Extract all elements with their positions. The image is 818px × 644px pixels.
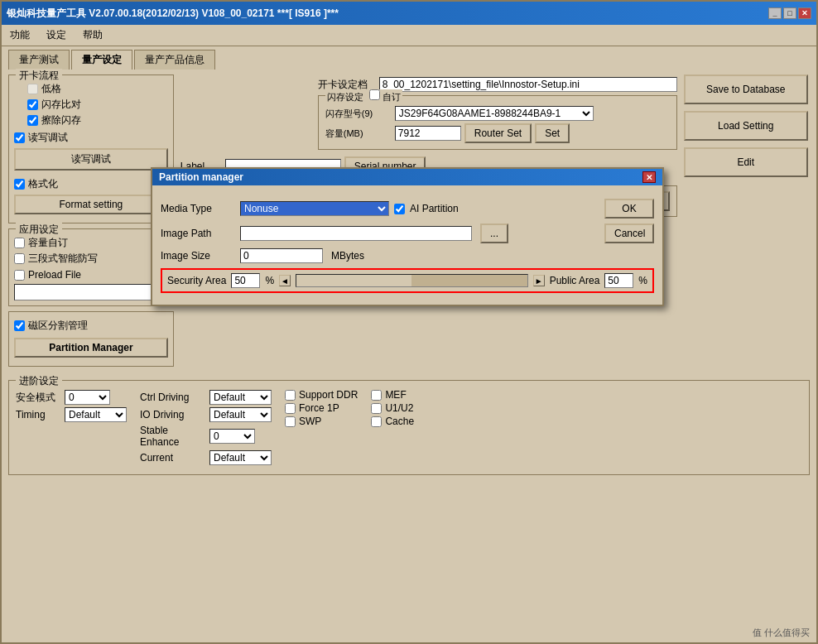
card-settings-input[interactable] xyxy=(379,77,677,92)
u1u2-checkbox[interactable] xyxy=(371,403,382,414)
minimize-button[interactable]: _ xyxy=(768,7,782,19)
format-setting-button[interactable]: Format setting xyxy=(14,195,168,214)
io-driving-label: IO Driving xyxy=(140,409,206,421)
maximize-button[interactable]: □ xyxy=(783,7,796,19)
ctrl-driving-select[interactable]: Default xyxy=(209,390,272,405)
main-window: 银灿科技量产工具 V2.07.00.18(2012/02/13) V108_00… xyxy=(0,0,818,644)
flash-compare-label: 闪存比对 xyxy=(41,98,81,112)
read-write-checkbox[interactable] xyxy=(14,132,25,143)
u1u2-row: U1/U2 xyxy=(371,402,414,414)
media-type-select[interactable]: Nonuse xyxy=(240,201,389,216)
dialog-title-bar: Partition manager ✕ xyxy=(152,169,662,185)
support-ddr-checkbox[interactable] xyxy=(285,390,296,401)
tab-mass-test[interactable]: 量产测试 xyxy=(8,50,70,70)
safety-mode-row: 安全模式 012 xyxy=(16,390,127,405)
timing-select[interactable]: Default xyxy=(65,407,127,422)
advanced-content: 安全模式 012 Timing Default C xyxy=(16,387,802,468)
preload-file-input[interactable] xyxy=(14,284,168,300)
security-area-label: Security Area xyxy=(167,275,226,286)
stable-enhance-row: Stable Enhance 0 xyxy=(140,425,272,448)
flash-settings-label: 闪存设定 自订 xyxy=(325,89,402,103)
slider-right-arrow[interactable]: ► xyxy=(533,275,545,286)
slider-left-arrow[interactable]: ◄ xyxy=(279,275,291,286)
image-size-label: Image Size xyxy=(161,250,235,262)
safety-mode-select[interactable]: 012 xyxy=(65,390,110,405)
image-size-input[interactable] xyxy=(240,248,323,263)
router-set-button[interactable]: Router Set xyxy=(464,123,532,143)
format-checkbox[interactable] xyxy=(14,179,25,190)
dialog-content: Media Type Nonuse AI Partition OK Image … xyxy=(152,185,662,305)
low-price-label: 低格 xyxy=(41,82,61,96)
force-1p-row: Force 1P xyxy=(285,402,358,414)
io-driving-select[interactable]: Default xyxy=(209,407,272,422)
low-price-checkbox[interactable] xyxy=(27,84,38,94)
tab-mass-settings[interactable]: 量产设定 xyxy=(71,50,132,70)
timing-label: Timing xyxy=(16,409,61,421)
stable-enhance-select[interactable]: 0 xyxy=(209,429,255,444)
public-area-input[interactable] xyxy=(604,273,633,288)
dialog-ok-button[interactable]: OK xyxy=(604,199,654,219)
partition-checkbox[interactable] xyxy=(14,320,25,331)
dialog-cancel-button[interactable]: Cancel xyxy=(604,223,654,243)
edit-button[interactable]: Edit xyxy=(684,147,808,177)
swp-checkbox[interactable] xyxy=(285,416,296,427)
flash-compare-row: 闪存比对 xyxy=(27,98,168,112)
cache-row: Cache xyxy=(371,416,414,427)
tab-product-info[interactable]: 量产产品信息 xyxy=(134,50,215,70)
force-1p-checkbox[interactable] xyxy=(285,403,296,414)
format-group: 格式化 Format setting xyxy=(14,177,168,218)
ctrl-driving-row: Ctrl Driving Default xyxy=(140,390,272,405)
close-button[interactable]: ✕ xyxy=(798,7,811,19)
force-1p-label: Force 1P xyxy=(299,402,339,414)
flash-custom-checkbox[interactable] xyxy=(369,89,380,100)
card-flow-label: 开卡流程 xyxy=(16,69,62,83)
menu-function[interactable]: 功能 xyxy=(5,26,35,44)
adv-col1: 安全模式 012 Timing Default xyxy=(16,387,127,468)
menu-bar: 功能 设定 帮助 xyxy=(2,25,816,46)
load-setting-button[interactable]: Load Setting xyxy=(684,111,808,141)
erase-flash-checkbox[interactable] xyxy=(27,115,38,126)
mef-checkbox[interactable] xyxy=(371,390,382,401)
menu-help[interactable]: 帮助 xyxy=(78,26,108,44)
security-area-input[interactable] xyxy=(231,273,260,288)
preload-checkbox[interactable] xyxy=(14,270,25,281)
capacity-label: 容量(MB) xyxy=(325,127,392,140)
flash-compare-checkbox[interactable] xyxy=(27,99,38,110)
low-price-row: 低格 xyxy=(27,82,168,96)
current-row: Current Default xyxy=(140,450,272,465)
ai-partition-checkbox[interactable] xyxy=(394,204,405,214)
capacity-custom-row: 容量自订 xyxy=(14,236,168,250)
three-level-checkbox[interactable] xyxy=(14,253,25,264)
image-size-unit: MBytes xyxy=(331,250,364,262)
ai-partition-label: AI Partition xyxy=(410,203,459,214)
security-unit: % xyxy=(265,275,274,286)
window-title: 银灿科技量产工具 V2.07.00.18(2012/02/13) V108_00… xyxy=(7,7,768,21)
image-path-row: Image Path ... Cancel xyxy=(161,223,654,243)
capacity-custom-checkbox[interactable] xyxy=(14,238,25,248)
dialog-close-button[interactable]: ✕ xyxy=(642,171,656,183)
media-type-row: Media Type Nonuse AI Partition OK xyxy=(161,199,654,219)
card-settings-group: 开卡设定档 闪存设定 自订 闪存型号(9) xyxy=(318,74,677,150)
save-database-button[interactable]: Save to Database xyxy=(684,74,808,104)
cache-checkbox[interactable] xyxy=(371,416,382,427)
partition-dialog: Partition manager ✕ Media Type Nonuse AI… xyxy=(151,167,664,306)
support-ddr-label: Support DDR xyxy=(299,389,358,401)
capacity-input[interactable] xyxy=(395,126,461,141)
flash-type-select[interactable]: JS29F64G08AAME1-8988244BA9-1 xyxy=(395,106,594,121)
current-select[interactable]: Default xyxy=(209,450,272,465)
safety-mode-label: 安全模式 xyxy=(16,391,61,405)
title-bar: 银灿科技量产工具 V2.07.00.18(2012/02/13) V108_00… xyxy=(2,2,816,25)
erase-flash-label: 擦除闪存 xyxy=(41,113,81,127)
browse-button[interactable]: ... xyxy=(480,223,508,243)
media-type-label: Media Type xyxy=(161,203,235,214)
partition-manager-button[interactable]: Partition Manager xyxy=(14,338,168,358)
mef-row: MEF xyxy=(371,389,414,401)
image-size-row: Image Size MBytes xyxy=(161,248,654,263)
slider-track[interactable] xyxy=(296,274,528,287)
current-label: Current xyxy=(140,452,206,464)
read-write-button[interactable]: 读写调试 xyxy=(14,148,168,171)
image-path-input[interactable] xyxy=(240,226,472,241)
menu-settings[interactable]: 设定 xyxy=(41,26,71,44)
adv-col4: MEF U1/U2 Cache xyxy=(371,387,414,468)
set-button[interactable]: Set xyxy=(535,123,570,143)
